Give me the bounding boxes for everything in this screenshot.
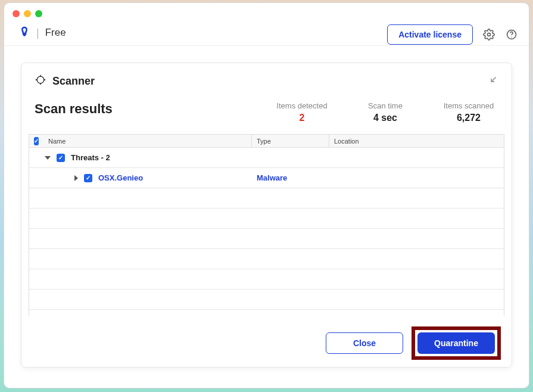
titlebar: | Free Activate license — [4, 3, 529, 46]
stat-value: 6,272 — [439, 113, 498, 123]
results-heading: Scan results — [35, 101, 272, 117]
results-summary-row: Scan results Items detected 2 Scan time … — [21, 97, 512, 134]
stat-items-detected: Items detected 2 — [272, 101, 332, 123]
minimize-window-button[interactable] — [24, 10, 31, 17]
threat-type: Malware — [252, 173, 329, 182]
table-row — [29, 209, 504, 229]
collapse-panel-button[interactable] — [488, 74, 498, 88]
activate-license-button[interactable]: Activate license — [387, 24, 473, 45]
svg-line-8 — [491, 77, 496, 82]
panel-footer: Close Quarantine — [21, 316, 512, 367]
threats-group-row[interactable]: Threats - 2 — [29, 148, 504, 168]
table-row — [29, 269, 504, 290]
row-checkbox[interactable] — [84, 174, 92, 182]
brand-separator: | — [36, 27, 39, 39]
arrow-down-left-icon — [488, 74, 498, 85]
stat-label: Items scanned — [439, 101, 498, 110]
close-button[interactable]: Close — [326, 332, 403, 354]
select-all-checkbox[interactable] — [34, 137, 39, 145]
zoom-window-button[interactable] — [35, 10, 42, 17]
table-header-row: Name Type Location — [29, 135, 504, 148]
titlebar-actions: Activate license — [387, 24, 518, 45]
quarantine-button[interactable]: Quarantine — [417, 332, 495, 354]
scan-stats: Items detected 2 Scan time 4 sec Items s… — [272, 101, 498, 123]
col-type[interactable]: Type — [252, 135, 329, 147]
results-table: Name Type Location Threats - 2 — [29, 134, 504, 316]
disclosure-triangle-icon[interactable] — [74, 175, 78, 181]
scanner-panel-header: Scanner — [21, 63, 512, 97]
stat-label: Items detected — [272, 101, 332, 110]
table-row — [29, 188, 504, 209]
close-window-button[interactable] — [13, 10, 20, 17]
malwarebytes-logo-icon — [18, 26, 30, 40]
table-row — [29, 249, 504, 269]
svg-point-0 — [488, 33, 491, 36]
stat-scan-time: Scan time 4 sec — [356, 101, 415, 123]
table-body: Threats - 2 OSX.Genieo Malware — [29, 148, 504, 316]
table-row — [29, 229, 504, 249]
tier-label: Free — [45, 27, 66, 39]
settings-button[interactable] — [482, 28, 495, 41]
group-label: Threats - 2 — [71, 153, 110, 162]
help-button[interactable] — [505, 28, 518, 41]
threat-name: OSX.Genieo — [98, 173, 143, 182]
scanner-panel: Scanner Scan results Items detected 2 Sc… — [21, 63, 512, 368]
svg-point-2 — [511, 37, 512, 38]
stat-value: 2 — [272, 113, 332, 123]
stat-label: Scan time — [356, 101, 415, 110]
group-checkbox[interactable] — [57, 154, 65, 162]
col-name[interactable]: Name — [43, 135, 252, 147]
window-controls — [13, 10, 42, 17]
table-row[interactable]: OSX.Genieo Malware — [29, 168, 504, 188]
app-window: | Free Activate license — [4, 2, 529, 388]
table-row — [29, 290, 504, 310]
stat-value: 4 sec — [356, 113, 415, 123]
scanner-title: Scanner — [52, 75, 95, 88]
crosshair-icon — [35, 74, 46, 88]
quarantine-highlight: Quarantine — [412, 326, 501, 360]
disclosure-triangle-icon[interactable] — [45, 156, 51, 160]
svg-point-3 — [37, 76, 44, 83]
stat-items-scanned: Items scanned 6,272 — [439, 101, 498, 123]
gear-icon — [483, 29, 495, 41]
col-location[interactable]: Location — [329, 135, 504, 147]
help-icon — [506, 29, 518, 41]
brand: | Free — [18, 26, 66, 40]
